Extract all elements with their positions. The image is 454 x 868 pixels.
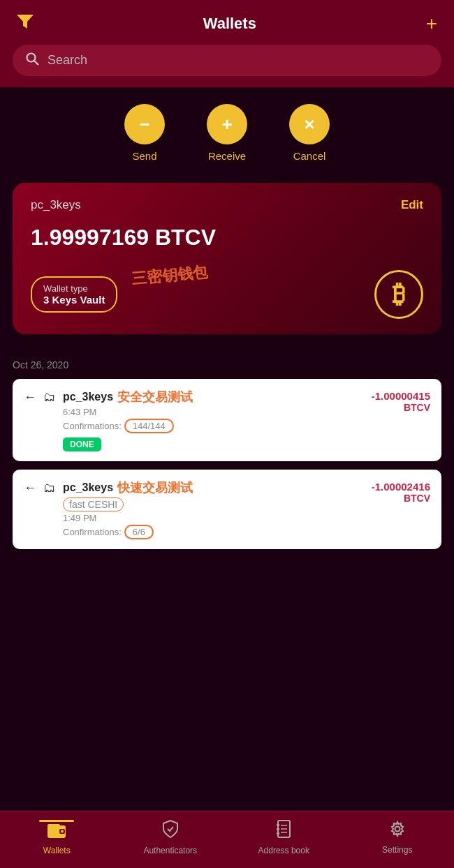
tx-status-done: DONE: [63, 437, 101, 451]
cancel-icon-circle: ×: [289, 104, 330, 144]
tx-conf-label-1: Confirmations:: [63, 421, 122, 431]
authenticators-nav-label: Authenticators: [143, 846, 197, 855]
tx-wallet-name: pc_3keys: [63, 391, 113, 403]
tx-date-section: Oct 26, 2020 ← 🗂 pc_3keys 安全交易测试 6:43 PM…: [0, 347, 454, 549]
sidebar-item-address-book[interactable]: Address book: [227, 820, 341, 855]
svg-point-6: [61, 830, 64, 833]
svg-marker-0: [17, 15, 34, 29]
wallet-type-label: Wallet type: [43, 283, 105, 294]
send-label: Send: [132, 150, 156, 162]
table-row[interactable]: ← 🗂 pc_3keys 快速交易测试 fast CESHI 1:49 PM C…: [13, 470, 441, 549]
tx-info: pc_3keys 安全交易测试 6:43 PM Confirmations: 1…: [63, 389, 372, 451]
tx-name-row: pc_3keys 安全交易测试: [63, 389, 372, 405]
tx-info-2: pc_3keys 快速交易测试 fast CESHI 1:49 PM Confi…: [63, 479, 372, 539]
settings-nav-label: Settings: [382, 845, 412, 855]
wallets-icon: [47, 823, 66, 842]
address-book-icon: [276, 820, 291, 842]
tx-conf-label-2: Confirmations:: [63, 527, 122, 537]
send-button[interactable]: − Send: [124, 104, 165, 162]
transactions-section: Oct 26, 2020 ← 🗂 pc_3keys 安全交易测试 6:43 PM…: [0, 347, 454, 620]
address-book-nav-label: Address book: [258, 846, 309, 855]
action-buttons: − Send + Receive × Cancel: [0, 87, 454, 176]
tx-note-row: fast CESHI: [63, 497, 372, 511]
wallets-nav-label: Wallets: [43, 846, 71, 855]
send-icon-circle: −: [124, 104, 165, 144]
filter-icon[interactable]: [17, 15, 34, 33]
tx-wallet-icon-2: 🗂: [43, 481, 56, 495]
cancel-button[interactable]: × Cancel: [289, 104, 330, 162]
sidebar-item-authenticators[interactable]: Authenticators: [114, 820, 228, 855]
tx-conf-row-1: Confirmations: 144/144: [63, 419, 372, 433]
search-bar: [0, 45, 454, 87]
tx-time-2: 1:49 PM: [63, 513, 372, 523]
tx-chinese-label-1: 安全交易测试: [117, 389, 193, 405]
wallet-type-value: 3 Keys Vault: [43, 294, 105, 306]
tx-amount-1: -1.00000415 BTCV: [372, 389, 430, 413]
tx-conf-value-1: 144/144: [124, 419, 174, 433]
wallet-type-box: Wallet type 3 Keys Vault: [31, 276, 117, 313]
wallet-edit-button[interactable]: Edit: [401, 198, 423, 212]
authenticators-icon: [163, 820, 178, 842]
wallet-card-section: pc_3keys Edit 1.99997169 BTCV Wallet typ…: [0, 176, 454, 347]
svg-rect-4: [47, 824, 60, 828]
wallet-balance: 1.99997169 BTCV: [31, 225, 423, 250]
receive-label: Receive: [208, 150, 246, 162]
tx-name-row-2: pc_3keys 快速交易测试: [63, 479, 372, 496]
tx-direction-icon: ←: [24, 390, 36, 405]
svg-rect-9: [277, 828, 279, 830]
bottom-nav: Wallets Authenticators Address book: [0, 811, 454, 868]
svg-point-1: [27, 54, 36, 62]
tx-conf-row-2: Confirmations: 6/6: [63, 525, 372, 539]
settings-icon: [389, 821, 406, 841]
receive-button[interactable]: + Receive: [207, 104, 247, 162]
wallet-card-header: pc_3keys Edit: [31, 198, 423, 212]
search-wrap: [13, 45, 441, 76]
sidebar-item-settings[interactable]: Settings: [341, 821, 455, 855]
btc-logo: ₿: [374, 270, 423, 319]
page-title: Wallets: [203, 15, 256, 33]
table-row[interactable]: ← 🗂 pc_3keys 安全交易测试 6:43 PM Confirmation…: [13, 379, 441, 461]
tx-chinese-label-2: 快速交易测试: [117, 479, 193, 496]
wallet-name: pc_3keys: [31, 198, 81, 212]
tx-note-badge: fast CESHI: [63, 497, 124, 511]
tx-date: Oct 26, 2020: [13, 352, 441, 379]
tx-conf-value-2: 6/6: [124, 525, 154, 539]
active-bar: [39, 820, 74, 822]
receive-icon-circle: +: [207, 104, 247, 144]
tx-wallet-name-2: pc_3keys: [63, 481, 113, 494]
tx-time-1: 6:43 PM: [63, 407, 372, 417]
tx-item-left: ← 🗂 pc_3keys 安全交易测试 6:43 PM Confirmation…: [24, 389, 372, 451]
add-wallet-icon[interactable]: +: [426, 13, 437, 35]
wallet-card[interactable]: pc_3keys Edit 1.99997169 BTCV Wallet typ…: [13, 183, 441, 334]
sidebar-item-wallets[interactable]: Wallets: [0, 820, 114, 855]
svg-point-14: [395, 827, 400, 832]
svg-rect-10: [277, 832, 279, 835]
tx-item-left-2: ← 🗂 pc_3keys 快速交易测试 fast CESHI 1:49 PM C…: [24, 479, 372, 539]
tx-direction-icon-2: ←: [24, 481, 36, 495]
wallet-footer: Wallet type 3 Keys Vault ₿: [31, 270, 423, 319]
tx-wallet-icon: 🗂: [43, 390, 56, 405]
search-icon: [25, 52, 39, 69]
svg-rect-8: [277, 824, 279, 826]
svg-line-2: [34, 61, 38, 65]
tx-amount-2: -1.00002416 BTCV: [372, 479, 430, 504]
cancel-label: Cancel: [293, 150, 326, 162]
header: Wallets +: [0, 0, 454, 45]
search-input[interactable]: [47, 53, 429, 68]
